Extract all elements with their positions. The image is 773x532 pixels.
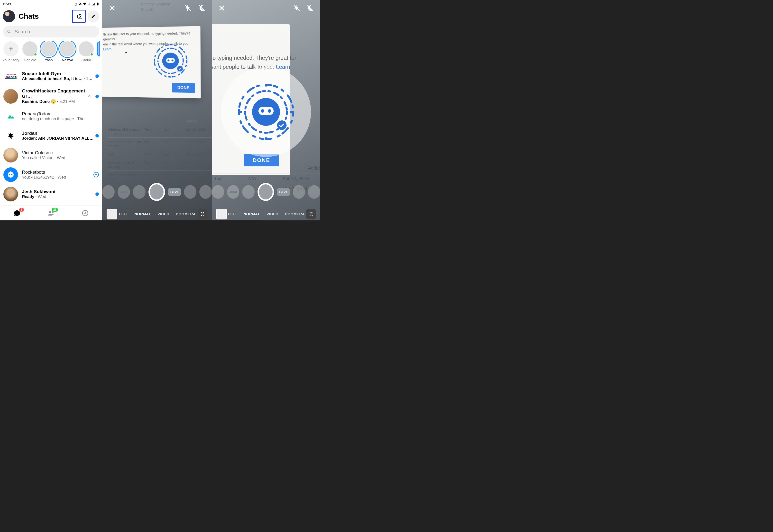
- story-your-story[interactable]: Your Story: [2, 41, 19, 62]
- messenger-badge-icon: [93, 172, 99, 177]
- svg-point-7: [9, 174, 10, 175]
- mode-text[interactable]: TEXT: [118, 212, 128, 216]
- camera-scan-screen: 10 DONE el, no typing needed. They're gr…: [212, 0, 320, 220]
- filters-row[interactable]: ABCD BT21: [212, 183, 320, 201]
- unread-dot: [95, 192, 99, 196]
- mode-normal[interactable]: NORMAL: [134, 212, 151, 216]
- search-input[interactable]: Search: [3, 26, 99, 37]
- close-icon[interactable]: [218, 4, 225, 12]
- compass-icon: [81, 209, 89, 217]
- switch-camera-button[interactable]: [198, 209, 207, 219]
- unread-dot: [95, 95, 99, 98]
- avatar-victor: [3, 148, 18, 162]
- scan-focus-circle: [221, 67, 311, 157]
- nav-chats[interactable]: 5: [13, 209, 21, 217]
- filter-abcd[interactable]: ABCD: [227, 185, 239, 199]
- story-label: Your Story: [2, 58, 19, 62]
- avatar-group: [3, 89, 18, 104]
- mode-text[interactable]: TEXT: [227, 212, 237, 216]
- filter-abcd[interactable]: ABCD: [118, 185, 130, 199]
- filter-bt21[interactable]: BT21: [168, 188, 181, 196]
- svg-rect-3: [98, 2, 98, 3]
- done-button[interactable]: DONE: [172, 83, 195, 93]
- status-time: 12:43: [2, 2, 11, 6]
- mode-boomerang[interactable]: BOOMERA: [285, 212, 305, 216]
- chat-preview: You: 4162452942 · Wed: [22, 175, 92, 180]
- filter-green[interactable]: [242, 185, 254, 199]
- profile-avatar[interactable]: [3, 10, 15, 22]
- mode-video[interactable]: VIDEO: [157, 212, 169, 216]
- close-icon[interactable]: [109, 4, 116, 12]
- chat-row[interactable]: Jordan Jordan: AIR JORDAN VII 'RAY ALL… …: [0, 126, 102, 145]
- story-nastya[interactable]: Nastya: [59, 41, 76, 62]
- chat-row[interactable]: Victor Colesnic You called Victor. · Wed: [0, 145, 102, 165]
- story-gloria[interactable]: Gloria: [78, 41, 94, 62]
- filters-row[interactable]: ABCD BT21: [102, 183, 212, 201]
- mode-video[interactable]: VIDEO: [266, 212, 278, 216]
- svg-point-48: [265, 137, 267, 140]
- svg-point-35: [167, 59, 169, 61]
- chat-row[interactable]: PenangToday not doing much on this page …: [0, 107, 102, 126]
- story-yash[interactable]: Yash: [41, 41, 57, 62]
- page-title: Chats: [18, 12, 71, 20]
- gallery-thumbnail[interactable]: [107, 209, 117, 219]
- chat-name: Jordan: [22, 131, 94, 136]
- camera-top-bar: [102, 4, 212, 12]
- svg-point-6: [8, 172, 14, 178]
- story-daniele[interactable]: Daniele: [22, 41, 38, 62]
- nav-people[interactable]: 23: [47, 209, 55, 217]
- pencil-icon: [91, 13, 96, 19]
- shutter-button[interactable]: [148, 183, 165, 201]
- messenger-code-icon: [151, 41, 190, 81]
- shutter-button[interactable]: [257, 183, 274, 201]
- svg-point-46: [290, 111, 292, 113]
- flash-off-icon[interactable]: [184, 4, 192, 12]
- chat-preview: Keshini: Done 🙂 · 5:21 PM: [22, 99, 87, 104]
- messenger-chats-screen: 12:43 Chats Search Your Story: [0, 0, 102, 220]
- chat-preview: You called Victor. · Wed: [22, 155, 99, 160]
- filter-hat[interactable]: [212, 185, 224, 199]
- switch-camera-button[interactable]: [306, 209, 316, 219]
- signal-icon-2: [91, 2, 95, 6]
- camera-modes[interactable]: TEXT NORMAL VIDEO BOOMERA: [212, 212, 320, 216]
- chats-header: Chats: [0, 7, 102, 26]
- filter-peach[interactable]: [308, 185, 320, 199]
- chat-list[interactable]: The SoccerIntelliGym Soccer IntelliGym A…: [0, 66, 102, 220]
- moon-off-icon[interactable]: [198, 4, 205, 12]
- mode-normal[interactable]: NORMAL: [243, 212, 260, 216]
- story-label: Gloria: [81, 58, 91, 62]
- moon-off-icon[interactable]: [307, 4, 314, 12]
- filter-hat[interactable]: [102, 185, 115, 199]
- mute-icon: [87, 94, 91, 99]
- story-peek[interactable]: [97, 41, 100, 62]
- gallery-thumbnail[interactable]: [216, 209, 227, 219]
- flash-off-icon[interactable]: [293, 4, 300, 12]
- avatar-rocketbots: [3, 167, 18, 182]
- svg-point-5: [8, 30, 10, 32]
- chat-row[interactable]: Jesh Sukhwani Ready · Wed: [0, 184, 102, 204]
- camera-top-bar: [212, 4, 320, 12]
- filter-face[interactable]: [184, 185, 196, 199]
- chat-row[interactable]: Rocketbots You: 4162452942 · Wed: [0, 165, 102, 184]
- search-placeholder: Search: [15, 29, 30, 35]
- chat-row[interactable]: GrowthHackers Engagement Gr… Keshini: Do…: [0, 86, 102, 107]
- alarm-icon: [74, 2, 78, 6]
- viewfinder-dialog: tly link the user to your channel, no ty…: [102, 26, 201, 98]
- chat-row[interactable]: The SoccerIntelliGym Soccer IntelliGym A…: [0, 66, 102, 86]
- svg-point-45: [239, 111, 242, 113]
- nav-discover[interactable]: [81, 209, 90, 217]
- filter-peach[interactable]: [199, 185, 212, 199]
- camera-button[interactable]: [75, 10, 85, 22]
- filter-green[interactable]: [133, 185, 145, 199]
- svg-point-42: [261, 109, 264, 113]
- stories-row[interactable]: Your Story Daniele Yash Nastya Gloria: [0, 41, 102, 66]
- switch-camera-icon: [308, 211, 314, 217]
- nav-chats-badge: 5: [19, 208, 24, 212]
- battery-icon: [96, 2, 100, 6]
- compose-button[interactable]: [88, 10, 99, 22]
- camera-modes[interactable]: TEXT NORMAL VIDEO BOOMERA: [102, 212, 212, 216]
- mode-boomerang[interactable]: BOOMERA: [176, 212, 196, 216]
- avatar-intelligym: The SoccerIntelliGym: [5, 74, 17, 79]
- filter-bt21[interactable]: BT21: [277, 188, 290, 196]
- filter-face[interactable]: [293, 185, 305, 199]
